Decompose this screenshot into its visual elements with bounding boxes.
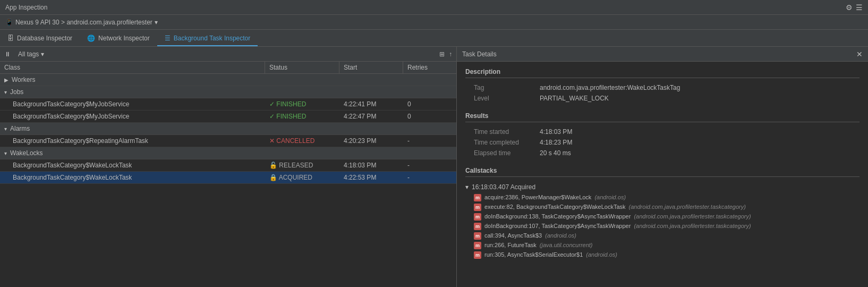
method-name: call:394, AsyncTask$3	[484, 232, 542, 239]
alarms-chevron-icon: ▾	[4, 126, 7, 132]
job-row2-retries: 0	[403, 111, 456, 122]
table-row[interactable]: BackgroundTaskCategory$RepeatingAlarmTas…	[0, 135, 456, 147]
wakelocks-section-row[interactable]: ▾ WakeLocks	[0, 147, 456, 159]
panel-title: Task Details	[462, 50, 497, 58]
callstack-chevron-icon: ▾	[465, 183, 469, 191]
time-completed-label: Time completed	[465, 139, 540, 146]
wakelock-row1-start: 4:18:03 PM	[339, 159, 403, 171]
wakelocks-chevron-icon: ▾	[4, 150, 7, 156]
device-bar: 📱 Nexus 9 API 30 > android.com.java.prof…	[0, 15, 868, 30]
database-icon: 🗄	[7, 35, 14, 42]
device-label: Nexus 9 API 30 > android.com.java.profil…	[15, 19, 152, 26]
time-started-value: 4:18:03 PM	[540, 128, 572, 136]
workers-section-row[interactable]: ▶ Workers	[0, 74, 456, 86]
left-panel: ⏸ All tags ▾ ⊞ ↑ Class Status Start Retr…	[0, 47, 457, 287]
settings-icon[interactable]: ⚙	[846, 3, 853, 12]
method-package: (android.os)	[586, 251, 617, 258]
method-icon: m	[474, 242, 481, 249]
table-row[interactable]: BackgroundTaskCategory$MyJobService ✓ FI…	[0, 98, 456, 111]
tag-value: android.com.java.profilertester:WakeLock…	[540, 84, 680, 91]
callstack-entry: m run:266, FutureTask (java.util.concurr…	[474, 241, 860, 250]
tab-network[interactable]: 🌐 Network Inspector	[80, 31, 157, 46]
method-name: run:266, FutureTask	[484, 242, 537, 248]
method-name: run:305, AsyncTask$SerialExecutor$1	[484, 251, 583, 258]
callstacks-section-title: Callstacks	[465, 167, 860, 177]
job-row1-retries: 0	[403, 98, 456, 110]
table-view-icon[interactable]: ⊞	[439, 50, 445, 58]
callstack-timestamp: 16:18:03.407 Acquired	[472, 183, 535, 191]
main-content: ⏸ All tags ▾ ⊞ ↑ Class Status Start Retr…	[0, 47, 868, 287]
method-icon: m	[474, 194, 481, 201]
alarms-label: Alarms	[10, 125, 30, 132]
callstack-entry: m acquire:2386, PowerManager$WakeLock (a…	[474, 193, 860, 202]
job-row2-class: BackgroundTaskCategory$MyJobService	[0, 111, 265, 122]
toolbar-right: ⊞ ↑	[439, 50, 452, 58]
level-label: Level	[465, 95, 540, 102]
title-bar: App Inspection ⚙ ☰	[0, 0, 868, 15]
level-value: PARTIAL_WAKE_LOCK	[540, 95, 609, 102]
table-header: Class Status Start Retries	[0, 62, 456, 74]
table-row[interactable]: BackgroundTaskCategory$MyJobService ✓ FI…	[0, 111, 456, 123]
device-selector[interactable]: Nexus 9 API 30 > android.com.java.profil…	[15, 19, 158, 26]
all-tags-button[interactable]: All tags ▾	[15, 49, 47, 59]
tab-bar: 🗄 Database Inspector 🌐 Network Inspector…	[0, 30, 868, 47]
wakelock-row2-retries: -	[403, 172, 456, 183]
callstack-entry: m doInBackground:138, TaskCategory$Async…	[474, 212, 860, 222]
table-container: ▶ Workers ▾ Jobs BackgroundTaskCategory$…	[0, 74, 456, 287]
tab-network-label: Network Inspector	[98, 35, 150, 42]
export-icon[interactable]: ↑	[449, 50, 452, 58]
wakelock-row2-class: BackgroundTaskCategory$WakeLockTask	[0, 172, 265, 183]
device-chevron-icon: ▾	[155, 19, 158, 26]
background-tab-icon: ☰	[165, 35, 171, 42]
alarm-row1-class: BackgroundTaskCategory$RepeatingAlarmTas…	[0, 135, 265, 147]
panel-header: Task Details ✕	[457, 47, 868, 62]
job-row1-start: 4:22:41 PM	[339, 98, 403, 110]
title-bar-actions: ⚙ ☰	[846, 3, 863, 12]
callstack-header[interactable]: ▾ 16:18:03.407 Acquired	[465, 181, 860, 193]
method-icon: m	[474, 204, 481, 211]
table-row[interactable]: BackgroundTaskCategory$WakeLockTask 🔒 AC…	[0, 172, 456, 184]
tags-chevron-icon: ▾	[41, 50, 44, 58]
description-section-title: Description	[465, 68, 860, 78]
tag-label: Tag	[465, 84, 540, 91]
callstack-entry: m doInBackground:107, TaskCategory$Async…	[474, 222, 860, 231]
menu-icon[interactable]: ☰	[856, 3, 863, 12]
table-row[interactable]: BackgroundTaskCategory$WakeLockTask 🔓 RE…	[0, 159, 456, 172]
time-started-label: Time started	[465, 128, 540, 136]
callstack-entry: m call:394, AsyncTask$3 (android.os)	[474, 231, 860, 241]
callstack-section: ▾ 16:18:03.407 Acquired m acquire:2386, …	[465, 181, 860, 260]
app-title: App Inspection	[5, 4, 47, 11]
method-package: (android.com.java.profilertester.taskcat…	[629, 204, 746, 210]
network-icon: 🌐	[87, 35, 95, 42]
method-name: doInBackground:107, TaskCategory$AsyncTa…	[484, 223, 631, 229]
tab-background[interactable]: ☰ Background Task Inspector	[157, 31, 258, 46]
wakelock-row1-status: 🔓 RELEASED	[265, 159, 339, 171]
alarm-row1-start: 4:20:23 PM	[339, 135, 403, 147]
method-name: acquire:2386, PowerManager$WakeLock	[484, 194, 591, 200]
right-panel: Task Details ✕ Description Tag android.c…	[457, 47, 868, 287]
tab-database[interactable]: 🗄 Database Inspector	[0, 31, 80, 46]
wakelock-row1-retries: -	[403, 159, 456, 171]
results-table: Time started 4:18:03 PM Time completed 4…	[465, 126, 860, 158]
elapsed-time-row: Elapsed time 20 s 40 ms	[465, 148, 860, 158]
pause-icon[interactable]: ⏸	[4, 50, 11, 58]
method-icon: m	[474, 251, 481, 259]
class-col-header: Class	[0, 62, 265, 73]
retries-col-header: Retries	[403, 62, 456, 73]
method-icon: m	[474, 232, 481, 240]
wakelocks-label: WakeLocks	[10, 149, 43, 157]
app-window: App Inspection ⚙ ☰ 📱 Nexus 9 API 30 > an…	[0, 0, 868, 287]
method-name: execute:82, BackgroundTaskCategory$WakeL…	[484, 204, 626, 210]
close-button[interactable]: ✕	[856, 50, 863, 58]
status-col-header: Status	[265, 62, 339, 73]
wakelock-row1-class: BackgroundTaskCategory$WakeLockTask	[0, 159, 265, 171]
tab-database-label: Database Inspector	[17, 35, 72, 42]
method-package: (android.os)	[545, 232, 576, 239]
level-row: Level PARTIAL_WAKE_LOCK	[465, 93, 860, 104]
alarms-section-row[interactable]: ▾ Alarms	[0, 123, 456, 135]
callstack-entries: m acquire:2386, PowerManager$WakeLock (a…	[465, 193, 860, 260]
method-package: (android.com.java.profilertester.taskcat…	[634, 223, 751, 229]
jobs-label: Jobs	[10, 88, 23, 96]
workers-chevron-icon: ▶	[4, 77, 8, 83]
jobs-section-row[interactable]: ▾ Jobs	[0, 86, 456, 98]
